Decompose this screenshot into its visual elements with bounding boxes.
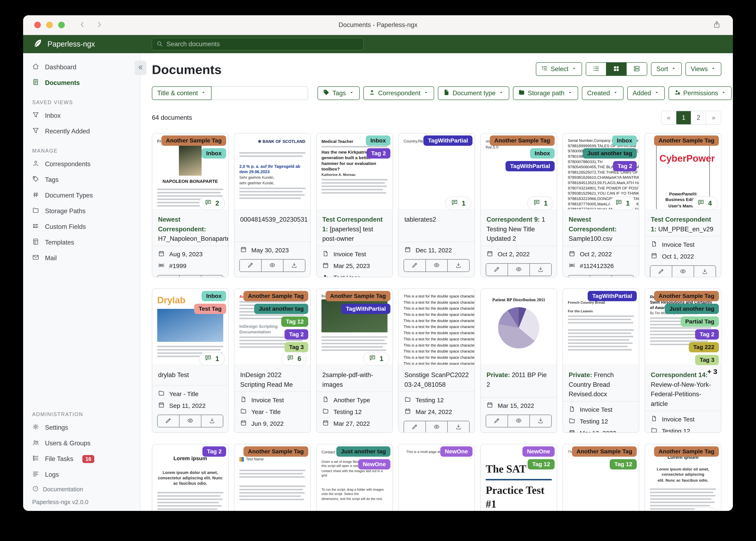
filter-storage-path-button[interactable]: Storage path	[513, 86, 578, 100]
document-title[interactable]: Test Correspondent 1: UM_PPBE_en_v29	[645, 210, 721, 236]
document-card[interactable]: Contact Sheet DemoGiven a set of image f…	[316, 444, 393, 511]
tag-chip[interactable]: Another Sample Tag	[654, 446, 719, 457]
tag-chip[interactable]: Just another tag	[254, 304, 308, 314]
sidebar-item-settings[interactable]: Settings	[23, 420, 140, 435]
download-button[interactable]	[530, 415, 551, 427]
document-card[interactable]: This is a testAnother Sample TagTag 12	[562, 444, 639, 511]
sidebar-collapse-button[interactable]	[135, 61, 146, 75]
download-button[interactable]	[612, 275, 633, 277]
document-title[interactable]: tablerates2	[399, 210, 475, 227]
document-card[interactable]: Francja pod rNAPOLEON BONAPARTEAnother S…	[152, 133, 229, 277]
download-button[interactable]	[448, 421, 469, 433]
preview-button[interactable]	[508, 415, 530, 427]
pagination-page-2[interactable]: 2	[691, 111, 706, 124]
views-button[interactable]: Views	[685, 62, 721, 76]
sidebar-item-file-tasks[interactable]: File Tasks16	[23, 451, 140, 467]
sidebar-item-custom-fields[interactable]: Custom Fields	[23, 219, 140, 235]
preview-button[interactable]	[262, 260, 283, 271]
brand[interactable]: Paperless-ngx	[33, 38, 95, 50]
document-card[interactable]: DrylabInboxTest Tag1drylab TestYear - Ti…	[152, 288, 229, 433]
tag-chip[interactable]: Another Sample Tag	[161, 136, 226, 146]
share-icon[interactable]	[713, 20, 721, 30]
tag-chip[interactable]: Another Sample Tag	[243, 291, 308, 301]
filter-added-button[interactable]: Added	[627, 86, 665, 100]
tag-chip[interactable]: Another Sample Tag	[654, 136, 719, 146]
document-card[interactable]: This is a multi page document. Page 1.Ne…	[398, 444, 475, 511]
tag-chip[interactable]: Inbox	[530, 148, 555, 159]
tag-chip[interactable]: Inbox	[202, 291, 226, 301]
document-card[interactable]: Test NameAnother Sample Tag	[234, 444, 311, 511]
sidebar-item-document-types[interactable]: Document Types	[23, 188, 140, 203]
edit-button[interactable]	[158, 275, 180, 277]
notes-count-pill[interactable]: 1	[445, 197, 471, 210]
notes-count-pill[interactable]: 4	[692, 197, 718, 210]
document-title[interactable]: Sonstige ScanPC2022 03-24_081058	[399, 365, 475, 391]
edit-button[interactable]	[650, 266, 672, 277]
tag-chip[interactable]: TagWithPartial	[341, 304, 390, 314]
zoom-window-button[interactable]	[58, 22, 65, 28]
tag-chip[interactable]: NewOne	[522, 446, 555, 457]
user-menu[interactable]	[721, 42, 723, 46]
document-card[interactable]: Patient BP Distribution 2011Private: 201…	[480, 288, 557, 433]
sidebar-item-tags[interactable]: Tags	[23, 172, 140, 188]
sidebar-item-storage-paths[interactable]: Storage Paths	[23, 203, 140, 219]
download-button[interactable]	[448, 260, 469, 271]
tag-chip[interactable]: TagWithPartial	[506, 161, 555, 171]
document-card[interactable]: Serial Number,Company Name,Employe978818…	[562, 133, 639, 277]
preview-button[interactable]	[508, 264, 530, 275]
close-window-button[interactable]	[34, 22, 41, 28]
filter-tags-button[interactable]: Tags	[318, 86, 359, 100]
tag-chip[interactable]: Tag 12	[610, 459, 637, 469]
tag-chip[interactable]: Inbox	[366, 136, 390, 146]
document-title[interactable]: Correspondent 9: 1 Testing New Title Upd…	[481, 210, 557, 246]
preview-button[interactable]	[180, 275, 201, 277]
download-button[interactable]	[283, 260, 305, 271]
filter-document-type-button[interactable]: Document type	[438, 86, 509, 100]
document-card[interactable]: ✻ BANK OF SCOTLAND2,0 % p. a. auf Ihr Ta…	[234, 133, 311, 277]
document-thumbnail[interactable]: Patient BP Distribution 2011	[481, 289, 557, 365]
tag-chip[interactable]: NewOne	[440, 446, 473, 457]
download-button[interactable]	[530, 264, 551, 275]
preview-button[interactable]	[672, 266, 694, 277]
tag-chip[interactable]: Inbox	[612, 136, 637, 146]
sidebar-item-dashboard[interactable]: Dashboard	[23, 59, 140, 75]
filter-created-button[interactable]: Created	[582, 86, 624, 100]
document-title[interactable]: Newest Correspondent: H7_Napoleon_Bonapa…	[152, 210, 228, 246]
sidebar-item-logs[interactable]: Logs	[23, 467, 140, 482]
search-field-selector[interactable]: Title & content	[152, 86, 211, 100]
title-content-input[interactable]	[211, 86, 308, 100]
preview-button[interactable]	[590, 275, 612, 277]
notes-count-pill[interactable]: 1	[527, 197, 553, 210]
document-thumbnail[interactable]: This is a test for the double space char…	[399, 289, 475, 365]
pagination-last[interactable]: »	[706, 111, 721, 124]
edit-button[interactable]	[486, 415, 508, 427]
sidebar-item-recently-added[interactable]: Recently Added	[23, 124, 140, 139]
sidebar-item-users-groups[interactable]: Users & Groups	[23, 435, 140, 451]
document-card[interactable]: This is a test for the double space char…	[398, 288, 475, 433]
edit-button[interactable]	[158, 415, 180, 427]
document-card[interactable]: CyberPowerPowerPanel® Business EditionUs…	[645, 133, 721, 277]
document-card[interactable]: The SATPractice Test #1Make time to take…	[480, 444, 557, 511]
tag-chip[interactable]: Tag 2	[695, 329, 719, 339]
notes-count-pill[interactable]: 1	[199, 352, 225, 365]
back-icon[interactable]	[78, 21, 86, 29]
document-card[interactable]: Lorem ipsumLorem ipsum dolor sit amet, c…	[152, 444, 229, 511]
sidebar-item-documents[interactable]: Documents	[23, 75, 140, 91]
tag-chip[interactable]: TagWithPartial	[588, 291, 637, 301]
minimize-window-button[interactable]	[46, 22, 53, 28]
pagination-first[interactable]: «	[661, 111, 676, 124]
tag-chip[interactable]: Tag 3	[285, 342, 308, 352]
notes-count-pill[interactable]: 2	[199, 197, 225, 210]
pagination-page-1[interactable]: 1	[676, 111, 691, 124]
preview-button[interactable]	[180, 415, 201, 427]
document-card[interactable]: Country,Region/State,"...TagWithPartial1…	[398, 133, 475, 277]
sidebar-item-mail[interactable]: Mail	[23, 250, 140, 266]
sort-button[interactable]: Sort	[651, 62, 682, 76]
document-title[interactable]: Test Correspondent 1: [paperless] test p…	[317, 210, 392, 246]
sidebar-item-correspondents[interactable]: Correspondents	[23, 156, 140, 172]
edit-button[interactable]	[404, 421, 426, 433]
download-button[interactable]	[694, 266, 716, 277]
document-thumbnail[interactable]: ✻ BANK OF SCOTLAND2,0 % p. a. auf Ihr Ta…	[234, 133, 310, 209]
document-title[interactable]: 0004814539_20230531	[234, 210, 310, 227]
notes-count-pill[interactable]: 6	[281, 352, 307, 365]
